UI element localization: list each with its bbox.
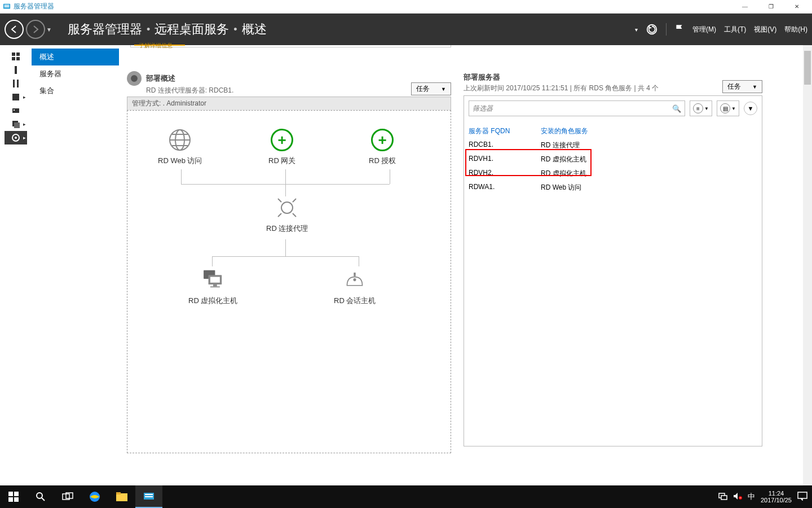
broker-icon [275, 195, 299, 220]
filter-input[interactable] [473, 104, 672, 112]
sidebar: 概述 服务器 集合 [32, 45, 119, 485]
svg-rect-7 [16, 57, 20, 60]
nav-forward-button[interactable] [26, 20, 45, 39]
cell-role: RD Web 访问 [541, 183, 581, 192]
servers-tasks-dropdown[interactable]: 任务 ▼ [722, 80, 762, 93]
svg-rect-29 [8, 492, 13, 496]
deployment-tasks-dropdown[interactable]: 任务 ▼ [411, 82, 451, 95]
tray-volume-icon[interactable] [733, 492, 742, 501]
breadcrumb-sep-icon: • [147, 24, 150, 36]
col-role[interactable]: 安装的角色服务 [541, 124, 588, 138]
navicon-storage[interactable] [5, 104, 27, 117]
svg-rect-26 [210, 287, 220, 288]
vertical-scrollbar[interactable] [803, 45, 812, 485]
svg-rect-24 [210, 277, 220, 283]
highlight-annotation [465, 149, 592, 176]
search-button[interactable] [27, 485, 54, 508]
refresh-icon[interactable] [646, 23, 658, 36]
minimize-button[interactable]: — [732, 0, 758, 14]
tray-notifications-icon[interactable] [797, 492, 807, 502]
globe-icon [167, 128, 192, 152]
cell-fqdn: RDWA1. [469, 183, 541, 192]
mgmt-value: . Administrator [163, 99, 206, 107]
nav-history-dropdown[interactable]: ▼ [46, 27, 52, 33]
menu-manage[interactable]: 管理(M) [692, 25, 716, 34]
svg-point-21 [281, 202, 293, 213]
col-fqdn[interactable]: 服务器 FQDN [469, 124, 541, 138]
app-icon [2, 2, 11, 11]
tray-time: 11:24 [761, 490, 792, 497]
breadcrumb-page[interactable]: 概述 [242, 21, 267, 38]
sidebar-item-overview[interactable]: 概述 [32, 49, 119, 65]
svg-rect-5 [16, 52, 20, 56]
breadcrumb-sep-icon: • [233, 24, 237, 36]
nav-back-button[interactable] [5, 20, 24, 39]
tasks-label: 任务 [727, 82, 741, 91]
node-rd-license[interactable]: + RD 授权 [369, 128, 396, 166]
save-options-dropdown[interactable]: ▤▼ [717, 100, 739, 116]
menu-help[interactable]: 帮助(H) [784, 25, 807, 34]
navicon-dashboard[interactable] [5, 50, 27, 63]
servers-table-header: 服务器 FQDN 安装的角色服务 [469, 124, 757, 138]
servers-subtitle: 上次刷新时间 2017/10/25 11:21:51 | 所有 RDS 角色服务… [464, 84, 659, 93]
navicon-local-server[interactable] [5, 63, 27, 77]
svg-rect-40 [145, 494, 153, 495]
svg-point-27 [354, 279, 355, 281]
node-rd-web[interactable]: RD Web 访问 [158, 128, 202, 166]
notice-link[interactable]: 了解详细信息 [139, 42, 173, 50]
node-rd-sessionhost[interactable]: RD 会话主机 [334, 268, 376, 306]
notice-banner-bottom: 了解详细信息 [130, 45, 451, 47]
node-rd-gateway[interactable]: + RD 网关 [268, 128, 295, 166]
tray-clock[interactable]: 11:24 2017/10/25 [761, 490, 792, 503]
header-bar: ▼ 服务器管理器 • 远程桌面服务 • 概述 ▾ 管理(M) 工具(T) 视图(… [0, 14, 812, 45]
maximize-button[interactable]: ❐ [758, 0, 784, 14]
breadcrumb-section[interactable]: 远程桌面服务 [155, 21, 229, 38]
taskview-button[interactable] [54, 485, 81, 508]
taskbar-ie-icon[interactable] [81, 485, 108, 508]
expand-toggle[interactable]: ▼ [744, 102, 757, 115]
sidebar-item-servers[interactable]: 服务器 [32, 65, 119, 82]
add-icon: + [270, 128, 294, 152]
taskbar-explorer-icon[interactable] [108, 485, 135, 508]
svg-rect-25 [213, 284, 217, 286]
node-rd-virthost[interactable]: RD 虚拟化主机 [188, 268, 237, 306]
breadcrumb-root[interactable]: 服务器管理器 [68, 21, 142, 38]
sidebar-item-collections[interactable]: 集合 [32, 82, 119, 99]
servers-title: 部署服务器 [464, 72, 659, 82]
taskbar-servermanager-icon[interactable] [135, 485, 162, 508]
menu-tools[interactable]: 工具(T) [724, 25, 746, 34]
svg-point-33 [37, 493, 42, 498]
virthost-icon [201, 268, 226, 292]
breadcrumb: 服务器管理器 • 远程桌面服务 • 概述 [68, 21, 267, 38]
svg-rect-31 [8, 497, 13, 502]
refresh-panel-icon[interactable] [127, 71, 142, 86]
header-dropdown-icon[interactable]: ▾ [635, 27, 638, 33]
navicon-all-servers[interactable] [5, 77, 27, 90]
filter-input-wrap: 🔍 [469, 100, 685, 116]
tray-ime[interactable]: 中 [748, 492, 755, 502]
nav-icon-strip: ▸ ▸ ▸ [0, 45, 32, 485]
node-rd-broker[interactable]: RD 连接代理 [266, 195, 308, 234]
table-row[interactable]: RDWA1. RD Web 访问 [469, 181, 757, 195]
svg-rect-10 [17, 80, 19, 87]
menu-view[interactable]: 视图(V) [754, 25, 776, 34]
tray-network-icon[interactable] [718, 492, 727, 501]
navicon-rds[interactable]: ▸ [5, 131, 27, 144]
close-button[interactable]: ✕ [784, 0, 810, 14]
search-icon[interactable]: 🔍 [672, 104, 681, 113]
header-separator [666, 23, 667, 36]
windows-taskbar: 中 11:24 2017/10/25 [0, 485, 812, 508]
view-options-dropdown[interactable]: ≡▼ [690, 100, 712, 116]
navicon-roles[interactable]: ▸ [5, 117, 27, 131]
svg-rect-9 [13, 80, 15, 87]
navicon-file-services[interactable]: ▸ [5, 90, 27, 104]
node-label: RD 会话主机 [334, 296, 376, 306]
svg-rect-13 [14, 110, 15, 111]
svg-rect-6 [12, 57, 15, 60]
start-button[interactable] [0, 485, 27, 508]
window-title: 服务器管理器 [14, 2, 54, 11]
flag-icon[interactable] [674, 24, 685, 34]
management-bar: 管理方式: . Administrator [127, 97, 451, 110]
svg-rect-1 [5, 5, 10, 6]
svg-rect-12 [12, 108, 19, 113]
